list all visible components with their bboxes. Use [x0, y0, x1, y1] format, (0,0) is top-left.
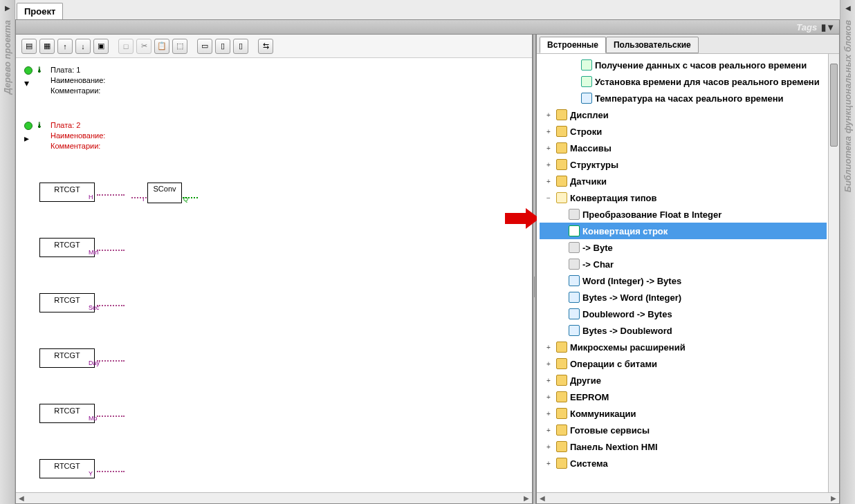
tree-node[interactable]: +Строки — [540, 123, 827, 140]
tree-node-icon — [556, 391, 567, 402]
tree-toggle-icon[interactable]: + — [544, 410, 553, 418]
toolbar-btn-down[interactable]: ↓ — [75, 39, 91, 54]
tree-toggle-icon[interactable]: − — [544, 194, 553, 202]
expand-left-icon[interactable]: ▶ — [5, 4, 10, 12]
tree-hscrollbar[interactable]: ◀▶ — [537, 492, 839, 503]
tree-node[interactable]: +Система — [540, 455, 827, 472]
tree-node[interactable]: +Операции с битами — [540, 355, 827, 372]
tree-node[interactable]: Doubleword -> Bytes — [540, 306, 827, 322]
canvas-hscrollbar[interactable]: ◀▶ — [16, 492, 532, 503]
tree-node-label: Строки — [570, 127, 602, 137]
rtcgt-block[interactable]: RTCGTDay — [39, 348, 95, 368]
tree-node-icon — [556, 342, 567, 353]
tree-toggle-icon[interactable]: + — [544, 443, 553, 451]
tree-toggle-icon[interactable]: + — [544, 360, 553, 368]
tree-vscrollbar[interactable] — [828, 54, 839, 492]
toolbar-btn-1[interactable]: ▤ — [21, 39, 37, 54]
toolbar-btn-10[interactable]: ▭ — [197, 39, 212, 54]
rtcgt-block[interactable]: RTCGTMo — [39, 404, 95, 423]
tab-project[interactable]: Проект — [17, 3, 63, 19]
tree-node[interactable]: +Панель Nextion HMI — [540, 438, 827, 455]
tree-node[interactable]: Bytes -> Word (Integer) — [540, 289, 827, 306]
tree-node-label: Операции с битами — [570, 359, 657, 369]
tree-node[interactable]: −Конвертация типов — [540, 189, 827, 206]
block-name: RTCGT — [40, 404, 94, 416]
tree-node[interactable]: -> Char — [540, 256, 827, 272]
toolbar-btn-up[interactable]: ↑ — [57, 39, 73, 54]
function-block-column: RTCGTHRTCGTMinRTCGTSecRTCGTDayRTCGTMoRTC… — [39, 183, 95, 348]
tree-toggle-icon[interactable]: + — [544, 128, 553, 136]
tab-builtin[interactable]: Встроенные — [540, 37, 606, 53]
tree-toggle-icon[interactable]: + — [544, 460, 553, 467]
toolbar-btn-paste[interactable]: 📋 — [154, 39, 169, 54]
tree-node[interactable]: -> Byte — [540, 239, 827, 256]
board-2[interactable]: 🌡 ▸ Плата: 2 Наименование: Комментарии: — [23, 120, 525, 155]
tags-dropdown-icon[interactable]: ▮▼ — [821, 22, 835, 32]
tree-node-label: Bytes -> Doubleword — [582, 326, 672, 336]
tree-toggle-icon[interactable]: + — [544, 178, 553, 185]
tree-node[interactable]: Конвертация строк — [540, 223, 827, 239]
tree-node[interactable]: +Массивы — [540, 140, 827, 156]
tree-toggle-icon[interactable]: + — [544, 393, 553, 401]
tree-toggle-icon[interactable]: + — [544, 144, 553, 152]
block-wire — [97, 471, 125, 472]
tree-toggle-icon[interactable]: + — [544, 344, 553, 351]
tree-node[interactable]: Преобразование Float в Integer — [540, 206, 827, 223]
tree-node[interactable]: +Структуры — [540, 156, 827, 173]
tree-node[interactable]: Bytes -> Doubleword — [540, 322, 827, 339]
tree-node[interactable]: Получение данных с часов реального време… — [540, 57, 827, 73]
sconv-block[interactable]: SConv I Q — [147, 183, 182, 203]
tree-toggle-icon[interactable]: + — [544, 427, 553, 434]
tree-node[interactable]: +Коммуникации — [540, 405, 827, 422]
tree-node[interactable]: Word (Integer) -> Bytes — [540, 272, 827, 289]
tab-project-label: Проект — [24, 6, 55, 17]
thermometer-icon: 🌡 — [35, 65, 44, 75]
rtcgt-block[interactable]: RTCGTH — [39, 183, 95, 202]
tree-toggle-icon[interactable]: + — [544, 111, 553, 119]
tree-node-icon — [569, 292, 580, 303]
rtcgt-block[interactable]: RTCGTSec — [39, 293, 95, 312]
toolbar-btn-12[interactable]: ▯ — [233, 39, 248, 54]
expand-right-icon[interactable]: ◀ — [845, 4, 851, 12]
tree-node[interactable]: +Другие — [540, 372, 827, 389]
rtcgt-block[interactable]: RTCGTMin — [39, 238, 95, 257]
tree-node-icon — [569, 209, 580, 220]
rtcgt-block[interactable]: RTCGTY — [39, 459, 95, 478]
tree-node[interactable]: +Микросхемы расширений — [540, 339, 827, 355]
tree-node[interactable]: +Готовые сервисы — [540, 422, 827, 438]
board-1[interactable]: 🌡 ▾ Плата: 1 Наименование: Комментарии: — [23, 65, 525, 100]
library-rail[interactable]: ◀ Библиотека функциональных блоков — [840, 0, 855, 504]
library-tree[interactable]: Получение данных с часов реального време… — [537, 54, 839, 492]
project-tree-rail[interactable]: ▶ Дерево проекта — [0, 0, 15, 504]
toolbar-btn-11[interactable]: ▯ — [215, 39, 230, 54]
tree-node-label: Датчики — [570, 176, 607, 187]
block-name: RTCGT — [40, 239, 94, 250]
tree-node[interactable]: +Дисплеи — [540, 106, 827, 123]
toolbar-btn-2[interactable]: ▦ — [39, 39, 55, 54]
toolbar-btn-5[interactable]: ▣ — [93, 39, 109, 54]
tree-toggle-icon[interactable]: + — [544, 377, 553, 384]
tree-node[interactable]: +EEPROM — [540, 389, 827, 405]
document-tabs: Проект — [15, 0, 840, 19]
tree-node-icon — [569, 275, 580, 286]
tree-node[interactable]: Установка времени для часов реального вр… — [540, 73, 827, 90]
board2-line3: Комментарии: — [50, 141, 525, 151]
tree-node-label: Коммуникации — [570, 409, 636, 419]
tree-node-icon — [556, 424, 567, 436]
board1-line2: Наименование: — [50, 75, 525, 86]
tree-node-label: Массивы — [570, 143, 612, 153]
tree-node-icon — [556, 408, 567, 419]
tree-node[interactable]: Температура на часах реального времени — [540, 90, 827, 106]
tree-toggle-icon[interactable]: + — [544, 161, 553, 169]
tab-user[interactable]: Пользовательские — [606, 37, 699, 53]
tags-label: Tags — [796, 22, 817, 32]
toolbar-btn-9[interactable]: ⬚ — [172, 39, 187, 54]
design-canvas[interactable]: 🌡 ▾ Плата: 1 Наименование: Комментарии: … — [16, 58, 532, 492]
wire-out — [183, 197, 198, 198]
toolbar-btn-13[interactable]: ⇆ — [258, 39, 273, 54]
tree-node-label: Готовые сервисы — [570, 425, 650, 436]
tree-node-icon — [556, 458, 567, 469]
tags-bar[interactable]: Tags ▮▼ — [15, 19, 840, 35]
tree-node-label: -> Char — [582, 259, 614, 270]
tree-node[interactable]: +Датчики — [540, 173, 827, 189]
